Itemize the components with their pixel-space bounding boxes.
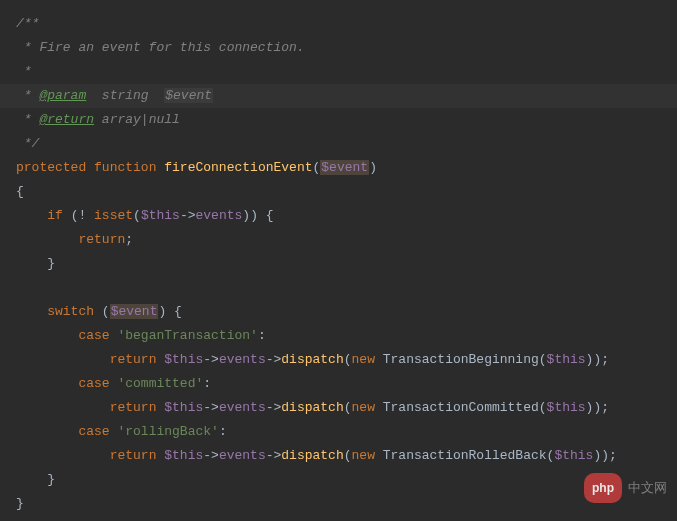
brace-open: { [16, 180, 661, 204]
brace-close: } [16, 492, 661, 516]
fn-signature: protected function fireConnectionEvent($… [16, 156, 661, 180]
case3: case 'rollingBack': [16, 420, 661, 444]
doc-param: * @param string $event [16, 84, 661, 108]
blank-line [16, 276, 661, 300]
switch-line: switch ($event) { [16, 300, 661, 324]
return-line: return; [16, 228, 661, 252]
if-line: if (! isset($this->events)) { [16, 204, 661, 228]
case2: case 'committed': [16, 372, 661, 396]
doc-return: * @return array|null [16, 108, 661, 132]
code-editor: /** * Fire an event for this connection.… [0, 0, 677, 521]
if-close: } [16, 252, 661, 276]
doc-close: */ [16, 132, 661, 156]
case1: case 'beganTransaction': [16, 324, 661, 348]
doc-blank: * [16, 60, 661, 84]
case1-return: return $this->events->dispatch(new Trans… [16, 348, 661, 372]
case3-return: return $this->events->dispatch(new Trans… [16, 444, 661, 468]
doc-open: /** [16, 12, 661, 36]
doc-desc: * Fire an event for this connection. [16, 36, 661, 60]
case2-return: return $this->events->dispatch(new Trans… [16, 396, 661, 420]
switch-close: } [16, 468, 661, 492]
